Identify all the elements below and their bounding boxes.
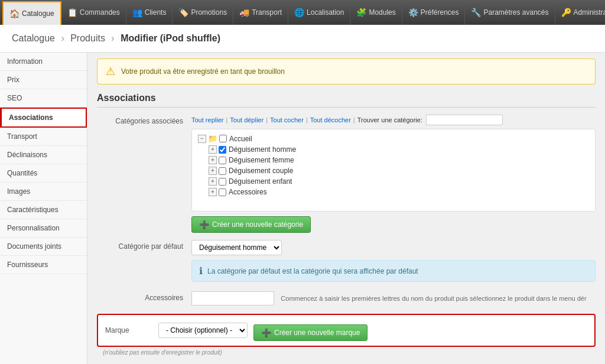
sidebar-item-declinaisons[interactable]: Déclinaisons [0,146,87,164]
promotions-icon: 🏷️ [178,8,188,17]
marque-row: Marque - Choisir (optionnel) - ➕ Créer u… [97,314,596,347]
checkbox-deguisement-enfant[interactable] [219,178,226,186]
sidebar-item-fournisseurs[interactable]: Fournisseurs [0,256,87,274]
top-navigation: 🏠 Catalogue 📋 Commandes 👥 Clients 🏷️ Pro… [0,0,605,25]
catalogue-icon: 🏠 [9,9,19,18]
nav-item-commandes[interactable]: 📋 Commandes [61,0,126,25]
trouver-label: Trouver une catégorie: [357,116,422,124]
checkbox-deguisement-homme[interactable] [219,146,226,154]
accessoires-hint: Commencez à saisir les premières lettres… [281,295,586,302]
tree-node-deguisement-femme: + Déguisement femme [209,155,589,165]
categorie-defaut-row: Catégorie par défaut Déguisement homme ℹ… [97,240,596,282]
sidebar-item-associations[interactable]: Associations [0,108,87,128]
expand-deguisement-enfant[interactable]: + [209,177,217,186]
categorie-defaut-label: Catégorie par défaut [97,240,191,251]
clients-icon: 👥 [132,8,142,17]
sidebar-item-personnalisation[interactable]: Personnalisation [0,219,87,238]
tree-toolbar: Tout replier | Tout déplier | Tout coche… [191,115,596,125]
info-banner: ℹ La catégorie par défaut est la catégor… [191,260,596,282]
sidebar-item-caracteristiques[interactable]: Caractéristiques [0,201,87,219]
expand-accessoires[interactable]: + [209,188,217,196]
nav-item-clients[interactable]: 👥 Clients [126,0,173,25]
info-text: La catégorie par défaut est la catégorie… [207,267,418,275]
plus-circle-marque-icon: ➕ [261,328,271,337]
warning-text: Votre produit va être enregistré en tant… [121,67,285,76]
breadcrumb-catalogue[interactable]: Catalogue [12,33,55,43]
tout-replier-link[interactable]: Tout replier [191,116,223,124]
nav-item-localisation[interactable]: 🌐 Localisation [288,0,350,25]
sidebar-item-quantites[interactable]: Quantités [0,164,87,183]
info-icon: ℹ [199,265,203,277]
preferences-icon: ⚙️ [408,8,418,17]
checkbox-deguisement-couple[interactable] [219,167,226,175]
nav-item-transport[interactable]: 🚚 Transport [233,0,288,25]
marque-note: (n'oubliez pas ensuite d'enregistrer le … [103,349,596,356]
warning-banner: ⚠ Votre produit va être enregistré en ta… [97,58,596,84]
tree-node-deguisement-enfant: + Déguisement enfant [209,176,589,187]
categorie-defaut-select[interactable]: Déguisement homme [191,240,282,255]
tree-node-accessoires: + Accessoires [209,187,589,197]
sidebar-item-prix[interactable]: Prix [0,71,87,89]
modules-icon: 🧩 [356,8,366,17]
marque-label: Marque [105,326,152,334]
categorie-defaut-control: Déguisement homme ℹ La catégorie par déf… [191,240,596,282]
sidebar-item-transport[interactable]: Transport [0,128,87,146]
tree-node-deguisement-couple: + Déguisement couple [209,165,589,176]
tout-deplier-link[interactable]: Tout déplier [230,116,264,124]
breadcrumb: Catalogue › Produits › Modifier (iPod sh… [0,25,605,53]
nav-item-administration[interactable]: 🔑 Administration [555,0,605,25]
sidebar-item-seo[interactable]: SEO [0,89,87,108]
expand-deguisement-couple[interactable]: + [209,167,217,175]
nav-item-modules[interactable]: 🧩 Modules [350,0,402,25]
sidebar: Information Prix SEO Associations Transp… [0,53,87,364]
localisation-icon: 🌐 [294,8,304,17]
breadcrumb-current: Modifier (iPod shuffle) [121,33,220,43]
administration-icon: 🔑 [561,8,571,17]
nav-item-promotions[interactable]: 🏷️ Promotions [173,0,233,25]
checkbox-deguisement-femme[interactable] [219,157,226,164]
categories-label: Catégories associées [97,115,191,125]
sidebar-item-images[interactable]: Images [0,183,87,201]
trouver-categorie-input[interactable] [426,115,503,125]
section-title: Associations [97,93,596,108]
tout-cocher-link[interactable]: Tout cocher [270,116,304,124]
sidebar-item-information[interactable]: Information [0,53,87,71]
tree-node-deguisement-homme: + Déguisement homme [209,144,589,155]
accessoires-label: Accessoires [97,291,191,302]
checkbox-accessoires[interactable] [219,188,226,196]
tree-node-accueil: − 📁 Accueil [198,133,589,144]
tout-decocher-link[interactable]: Tout décocher [310,116,351,124]
checkbox-accueil[interactable] [219,135,227,142]
accessoires-input[interactable] [191,291,274,306]
breadcrumb-produits[interactable]: Produits [70,33,105,43]
parametres-icon: 🔧 [471,8,481,17]
expand-accueil[interactable]: − [198,135,206,143]
category-tree: − 📁 Accueil + Déguisement homme + [191,129,596,212]
plus-circle-icon: ➕ [199,220,209,229]
accessoires-row: Accessoires Commencez à saisir les premi… [97,291,596,306]
content-area: ⚠ Votre produit va être enregistré en ta… [87,53,605,364]
nav-item-parametres[interactable]: 🔧 Paramètres avancés [465,0,555,25]
categories-control: Tout replier | Tout déplier | Tout coche… [191,115,596,233]
sidebar-item-documents[interactable]: Documents joints [0,238,87,256]
nav-item-preferences[interactable]: ⚙️ Préférences [402,0,466,25]
transport-icon: 🚚 [239,8,249,17]
marque-select[interactable]: - Choisir (optionnel) - [158,323,248,338]
create-marque-button[interactable]: ➕ Créer une nouvelle marque [253,324,367,341]
main-layout: Information Prix SEO Associations Transp… [0,53,605,364]
commandes-icon: 📋 [67,8,77,17]
warning-icon: ⚠ [106,65,115,78]
expand-deguisement-femme[interactable]: + [209,156,217,164]
categories-row: Catégories associées Tout replier | Tout… [97,115,596,233]
accessoires-control: Commencez à saisir les premières lettres… [191,291,596,306]
create-category-button[interactable]: ➕ Créer une nouvelle catégorie [191,216,311,233]
nav-item-catalogue[interactable]: 🏠 Catalogue [2,1,61,25]
expand-deguisement-homme[interactable]: + [209,145,217,154]
